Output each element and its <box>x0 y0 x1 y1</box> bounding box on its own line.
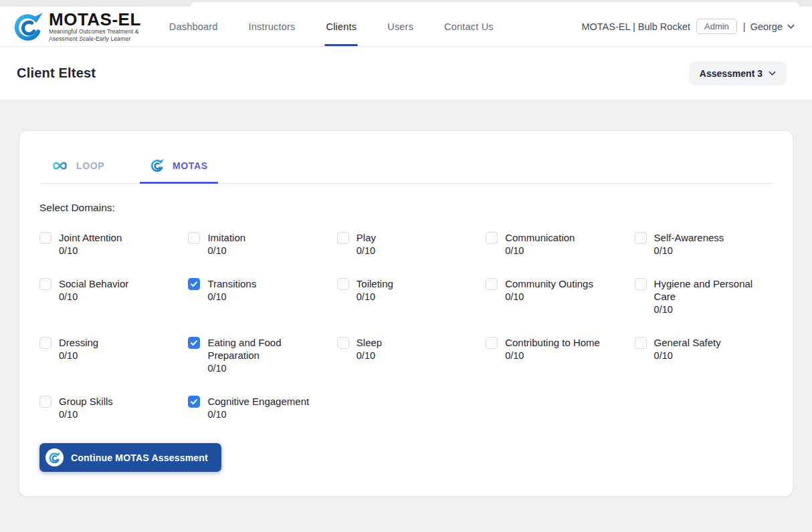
domain-score: 0/10 <box>59 291 128 303</box>
domain-item: Social Behavior 0/10 <box>39 277 177 303</box>
continue-motas-button[interactable]: Continue MOTAS Assessment <box>39 443 221 472</box>
domain-item: Eating and Food Preparation 0/10 <box>188 336 326 375</box>
domain-checkbox[interactable] <box>39 396 52 408</box>
admin-role-badge: Admin <box>696 19 737 34</box>
motas-swirl-icon <box>12 10 45 43</box>
domains-grid: Joint Attention 0/10 Imitation 0/10 Play… <box>39 231 773 421</box>
domain-item: Communication 0/10 <box>486 231 623 257</box>
motas-swirl-icon <box>48 451 62 464</box>
domain-checkbox[interactable] <box>337 337 349 349</box>
domain-checkbox[interactable] <box>337 278 349 290</box>
nav-item-clients[interactable]: Clients <box>326 21 357 32</box>
domain-checkbox[interactable] <box>486 232 498 244</box>
domain-label: Transitions <box>207 277 256 290</box>
domain-label: Communication <box>505 231 575 244</box>
domain-score: 0/10 <box>207 291 256 303</box>
nav-item-users[interactable]: Users <box>387 21 413 32</box>
domain-score: 0/10 <box>357 350 382 362</box>
domain-score: 0/10 <box>654 350 721 362</box>
nav-item-contact-us[interactable]: Contact Us <box>444 21 494 32</box>
domain-checkbox[interactable] <box>635 232 647 244</box>
assessment-dropdown-label: Assessment 3 <box>700 68 763 79</box>
domain-item: Self-Awareness 0/10 <box>635 231 773 257</box>
domain-checkbox[interactable] <box>188 232 200 244</box>
domain-item: Joint Attention 0/10 <box>39 231 177 257</box>
infinity-icon <box>51 160 69 171</box>
brand-name: MOTAS-EL <box>49 11 141 28</box>
domain-score: 0/10 <box>207 362 314 375</box>
domain-checkbox[interactable] <box>635 337 647 349</box>
app-header: MOTAS-EL Meaningful Outcomes Treatment &… <box>0 7 812 47</box>
window-tab-shape <box>191 2 799 7</box>
domain-score: 0/10 <box>207 408 309 421</box>
domain-item: General Safety 0/10 <box>635 336 773 362</box>
domain-score: 0/10 <box>654 303 761 316</box>
nav-item-dashboard[interactable]: Dashboard <box>169 21 218 32</box>
domain-checkbox[interactable] <box>188 337 200 349</box>
assessment-dropdown-button[interactable]: Assessment 3 <box>689 61 787 86</box>
tabs-row: LOOP MOTAS <box>39 154 773 184</box>
tab-motas[interactable]: MOTAS <box>140 154 218 184</box>
domain-checkbox[interactable] <box>39 232 52 244</box>
checkmark-icon <box>190 339 198 347</box>
user-name: George <box>750 21 783 32</box>
user-menu[interactable]: | George <box>743 21 795 32</box>
domain-item: Community Outings 0/10 <box>486 277 623 303</box>
domain-label: Social Behavior <box>59 277 128 290</box>
domain-label: Joint Attention <box>59 231 122 244</box>
brand-logo[interactable]: MOTAS-EL Meaningful Outcomes Treatment &… <box>12 10 141 43</box>
page-body: LOOP MOTAS Select Domains: Joint Attenti… <box>0 100 812 532</box>
account-info: MOTAS-EL | Bulb Rocket Admin | George <box>581 19 795 34</box>
domain-score: 0/10 <box>59 350 98 362</box>
continue-motas-label: Continue MOTAS Assessment <box>71 452 208 463</box>
domain-checkbox[interactable] <box>337 232 349 244</box>
domain-score: 0/10 <box>357 291 393 303</box>
domain-score: 0/10 <box>207 245 245 257</box>
domain-label: Cognitive Engagement <box>207 395 309 408</box>
domain-checkbox[interactable] <box>188 278 200 290</box>
domain-score: 0/10 <box>505 291 593 303</box>
chevron-down-icon <box>787 24 795 29</box>
select-domains-label: Select Domains: <box>39 202 773 214</box>
domain-item: Hygiene and Personal Care 0/10 <box>635 277 773 316</box>
domain-label: Eating and Food Preparation <box>207 336 314 362</box>
button-logo-circle <box>45 448 64 467</box>
page-title: Client Eltest <box>17 65 96 81</box>
domain-label: Imitation <box>207 231 245 244</box>
domain-label: Toileting <box>357 277 393 290</box>
brand-tagline-line1: Meaningful Outcomes Treatment & <box>49 28 141 35</box>
domain-item: Sleep 0/10 <box>337 336 475 362</box>
domain-checkbox[interactable] <box>39 278 52 290</box>
account-divider: | <box>743 21 746 32</box>
brand-tagline-line2: Asessment Scale-Early Learner <box>49 35 141 43</box>
domain-checkbox[interactable] <box>635 278 647 290</box>
domain-item: Toileting 0/10 <box>337 277 475 303</box>
domain-label: Contributing to Home <box>505 336 600 349</box>
domain-checkbox[interactable] <box>188 396 200 408</box>
domain-score: 0/10 <box>654 245 724 257</box>
domain-label: Group Skills <box>59 395 113 408</box>
nav-item-instructors[interactable]: Instructors <box>249 21 296 32</box>
main-nav: DashboardInstructorsClientsUsersContact … <box>169 21 494 32</box>
domain-score: 0/10 <box>59 245 122 257</box>
domain-label: Sleep <box>357 336 382 349</box>
domain-label: General Safety <box>654 336 721 349</box>
domain-label: Hygiene and Personal Care <box>654 277 761 303</box>
page-header: Client Eltest Assessment 3 <box>0 47 812 100</box>
domain-checkbox[interactable] <box>39 337 52 349</box>
domain-score: 0/10 <box>357 245 376 257</box>
domain-item: Dressing 0/10 <box>39 336 177 362</box>
window-strip <box>0 0 812 7</box>
domain-label: Self-Awareness <box>654 231 724 244</box>
domain-item: Transitions 0/10 <box>188 277 326 303</box>
content-card: LOOP MOTAS Select Domains: Joint Attenti… <box>19 130 793 497</box>
checkmark-icon <box>190 398 198 406</box>
domain-checkbox[interactable] <box>486 278 498 290</box>
tab-loop-label: LOOP <box>76 160 104 171</box>
domain-checkbox[interactable] <box>486 337 498 349</box>
tab-loop[interactable]: LOOP <box>41 154 114 184</box>
domain-item: Play 0/10 <box>337 231 475 257</box>
domain-item: Group Skills 0/10 <box>39 395 177 421</box>
domain-score: 0/10 <box>505 350 600 362</box>
domain-label: Community Outings <box>505 277 593 290</box>
